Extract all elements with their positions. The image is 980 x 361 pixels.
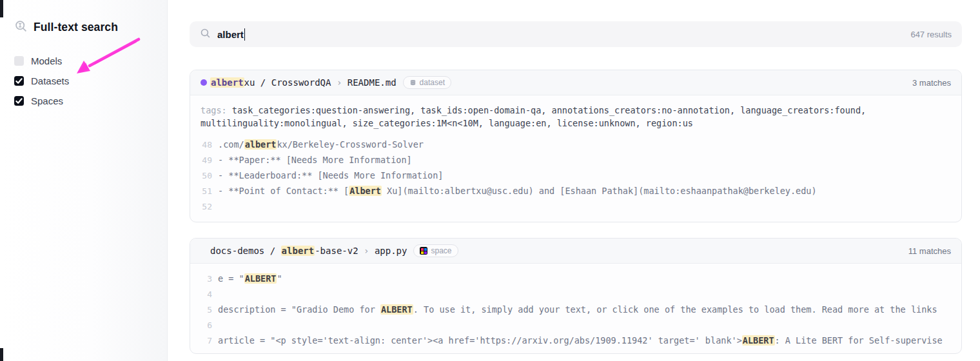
line-number: 48 [201,140,212,150]
code-line: 6 [201,317,961,333]
line-content: .com/albertkx/Berkeley-Crossword-Solver [218,139,961,150]
line-number: 49 [201,155,212,165]
code-line: 4 [201,286,961,302]
filter-sidebar: Full-text search Models Datasets Spaces [0,0,168,361]
text-caret [244,28,246,41]
filter-spaces-label: Spaces [31,95,63,106]
line-content: - **Paper:** [Needs More Information] [218,155,961,165]
line-number: 52 [201,202,212,211]
dataset-badge: dataset [403,76,451,89]
line-number: 6 [201,320,212,330]
filter-models[interactable]: Models [14,55,167,66]
datasets-checkbox[interactable] [14,76,24,86]
badge-label: dataset [420,78,445,87]
match-count: 11 matches [908,246,951,256]
filter-models-label: Models [31,55,62,66]
database-icon [409,79,416,86]
tags-line: tags: task_categories:question-answering… [201,104,951,130]
tags-label: tags: [201,105,227,115]
result-card-space: docs-demos / albert-base-v2 › app.py spa… [190,238,962,354]
search-input[interactable]: albert [217,29,244,40]
match-count: 3 matches [912,78,951,88]
filter-spaces[interactable]: Spaces [14,95,167,106]
code-line: 50 - **Leaderboard:** [Needs More Inform… [201,168,961,183]
check-icon [15,97,23,104]
repo-path[interactable]: docs-demos / albert-base-v2 › app.py [210,246,407,256]
tags-text: task_categories:question-answering, task… [201,105,866,128]
line-content: - **Leaderboard:** [Needs More Informati… [218,170,961,180]
result-card-dataset: albertxu / CrosswordQA › README.md datas… [190,70,962,222]
check-icon [15,77,23,84]
results-count: 647 results [910,30,952,39]
result-header[interactable]: albertxu / CrosswordQA › README.md datas… [190,70,961,95]
code-line: 5 description = "Gradio Demo for ALBERT.… [201,302,961,317]
result-header[interactable]: docs-demos / albert-base-v2 › app.py spa… [190,239,961,264]
code-line: 3 e = "ALBERT" [201,271,961,286]
page-title: Full-text search [14,19,167,35]
spaces-checkbox[interactable] [14,96,24,106]
line-number: 4 [201,289,212,299]
code-line: 51 - **Point of Contact:** [Albert Xu](m… [201,183,961,199]
line-content: article = "<p style='text-align: center'… [218,335,961,346]
repo-color-dot [201,79,207,86]
code-preview: 48 .com/albertkx/Berkeley-Crossword-Solv… [201,137,961,214]
code-preview: 3 e = "ALBERT" 4 5 description = "Gradio… [201,271,961,348]
code-line: 49 - **Paper:** [Needs More Information] [201,152,961,168]
search-bar[interactable]: albert 647 results [190,21,962,47]
filter-datasets[interactable]: Datasets [14,75,167,86]
repo-path[interactable]: albertxu / CrosswordQA › README.md [210,77,397,88]
badge-label: space [431,246,451,255]
window-edge-artifact-top [0,0,3,17]
space-grid-icon [420,247,427,255]
code-line: 7 article = "<p style='text-align: cente… [201,333,961,348]
search-results-panel: albert 647 results albertxu / CrosswordQ… [190,0,962,354]
code-line: 52 [201,199,961,214]
line-content: description = "Gradio Demo for ALBERT. T… [218,304,961,315]
line-number: 3 [201,274,212,284]
filter-datasets-label: Datasets [31,75,69,86]
line-content: - **Point of Contact:** [Albert Xu](mail… [218,186,961,196]
window-edge-artifact-bottom [0,348,3,361]
code-line: 48 .com/albertkx/Berkeley-Crossword-Solv… [201,137,961,152]
line-number: 7 [201,336,212,346]
library-filters: Models Datasets Spaces [14,55,167,106]
line-number: 51 [201,186,212,196]
space-badge: space [413,244,458,257]
line-number: 50 [201,171,212,180]
text-search-icon [14,19,28,35]
search-icon [200,28,211,41]
line-content: e = "ALBERT" [218,273,961,284]
page-title-label: Full-text search [34,21,118,34]
models-checkbox[interactable] [14,56,24,66]
line-number: 5 [201,305,212,315]
